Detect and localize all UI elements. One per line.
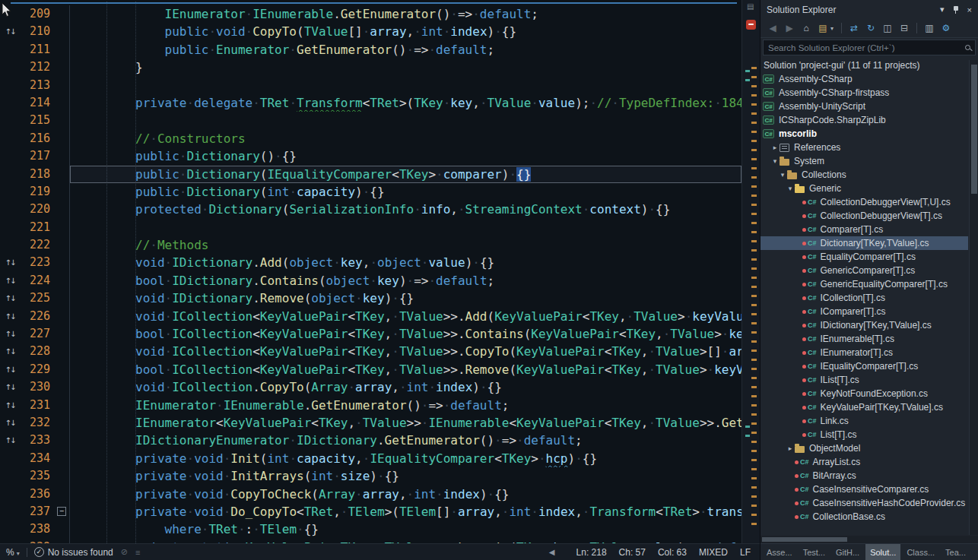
- glyph-margin[interactable]: ↑↓: [0, 308, 20, 325]
- code-text[interactable]: //·Constructors: [70, 130, 741, 147]
- tree-item-objectmodel[interactable]: ▸ObjectModel: [760, 441, 978, 455]
- glyph-margin[interactable]: [0, 41, 20, 59]
- code-text[interactable]: private·delegate·TRet·Transform<TRet>(TK…: [70, 94, 741, 112]
- code-line-232[interactable]: ↑↓232 IEnumerator<KeyValuePair<TKey,·TVa…: [0, 414, 741, 432]
- tree-item-collections[interactable]: ▾Collections: [760, 168, 978, 182]
- tree-item-solution-project-gui-11-of-11-projects[interactable]: Solution 'project-gui' (11 of 11 project…: [760, 59, 978, 72]
- code-text[interactable]: [70, 77, 741, 94]
- code-text[interactable]: IEnumerator<KeyValuePair<TKey,·TValue>>·…: [70, 414, 741, 432]
- code-text[interactable]: }: [70, 59, 741, 76]
- fold-collapse-icon[interactable]: −: [57, 507, 66, 516]
- switch-views-icon[interactable]: ▤: [817, 23, 829, 33]
- code-text[interactable]: public·void·CopyTo(TValue[]·array,·int·i…: [70, 23, 741, 40]
- tree-horizontal-scrollbar[interactable]: [760, 536, 978, 543]
- search-input[interactable]: [768, 43, 961, 52]
- editor-viewport[interactable]: 209 IEnumerator·IEnumerable.GetEnumerato…: [0, 0, 741, 543]
- code-text[interactable]: void·ICollection.CopyTo(Array·array,·int…: [70, 378, 741, 396]
- code-line-211[interactable]: 211 public·Enumerator·GetEnumerator()·=>…: [0, 41, 741, 59]
- navigate-references-icon[interactable]: ↑↓: [5, 432, 15, 449]
- tree-item-ienumerable-t-cs[interactable]: C#IEnumerable[T].cs: [760, 332, 978, 346]
- glyph-margin[interactable]: [0, 467, 20, 485]
- navigate-references-icon[interactable]: ↑↓: [5, 289, 15, 307]
- code-line-228[interactable]: ↑↓228 void·ICollection<KeyValuePair<TKey…: [0, 343, 741, 360]
- sync-with-active-document-icon[interactable]: ⇄: [848, 23, 860, 33]
- code-line-237[interactable]: 237− private·void·Do_CopyTo<TRet,·TElem>…: [0, 503, 741, 520]
- code-line-222[interactable]: 222 //·Methods: [0, 236, 741, 254]
- glyph-margin[interactable]: ↑↓: [0, 343, 20, 360]
- tree-item-icsharpcode-sharpziplib[interactable]: C#ICSharpCode.SharpZipLib: [760, 113, 978, 127]
- code-line-236[interactable]: 236 private·void·CopyToCheck(Array·array…: [0, 486, 741, 503]
- tree-item-idictionary-tkey-tvalue-cs[interactable]: C#IDictionary[TKey,TValue].cs: [760, 318, 978, 332]
- code-line-229[interactable]: ↑↓229 bool·ICollection<KeyValuePair<TKey…: [0, 361, 741, 378]
- window-position-icon[interactable]: ▾: [940, 5, 945, 14]
- tree-item-icomparer-t-cs[interactable]: C#IComparer[T].cs: [760, 305, 978, 318]
- code-text[interactable]: private·void·Init(int·capacity,·IEqualit…: [70, 450, 741, 467]
- glyph-margin[interactable]: ↑↓: [0, 414, 20, 432]
- glyph-margin[interactable]: [0, 539, 20, 543]
- code-line-230[interactable]: ↑↓230 void·ICollection.CopyTo(Array·arra…: [0, 378, 741, 396]
- tree-item-bitarray-cs[interactable]: C#BitArray.cs: [760, 469, 978, 482]
- glyph-margin[interactable]: [0, 236, 20, 254]
- chevron-right-icon[interactable]: ▸: [770, 144, 780, 151]
- code-text[interactable]: void·IDictionary.Add(object·key,·object·…: [70, 254, 741, 271]
- code-text[interactable]: where·TRet·:·TElem·{}: [70, 520, 741, 538]
- tree-item-genericcomparer-t-cs[interactable]: C#GenericComparer[T].cs: [760, 264, 978, 277]
- glyph-margin[interactable]: [0, 219, 20, 236]
- tree-item-list-t-cs[interactable]: C#List[T].cs: [760, 428, 978, 441]
- code-line-214[interactable]: 214 private·delegate·TRet·Transform<TRet…: [0, 94, 741, 112]
- navigate-references-icon[interactable]: ↑↓: [5, 23, 15, 40]
- code-text[interactable]: private·static·KeyValuePair<TKey,·TValue…: [70, 539, 741, 543]
- preview-selected-icon[interactable]: ▥: [923, 23, 935, 33]
- tree-item-assembly-csharp[interactable]: C#Assembly-CSharp: [760, 72, 978, 86]
- glyph-margin[interactable]: ↑↓: [0, 361, 20, 378]
- panel-tab-test[interactable]: Test...: [799, 544, 830, 560]
- code-line-213[interactable]: 213: [0, 77, 741, 94]
- navigate-references-icon[interactable]: ↑↓: [5, 254, 15, 271]
- tree-item-references[interactable]: ▸References: [760, 141, 978, 154]
- document-health-icon[interactable]: [746, 20, 756, 30]
- code-text[interactable]: IEnumerator·IEnumerable.GetEnumerator()·…: [70, 5, 741, 23]
- code-line-209[interactable]: 209 IEnumerator·IEnumerable.GetEnumerato…: [0, 5, 741, 23]
- code-line-219[interactable]: 219 public·Dictionary(int·capacity)·{}: [0, 183, 741, 201]
- tree-item-collectionbase-cs[interactable]: C#CollectionBase.cs: [760, 510, 978, 524]
- glyph-margin[interactable]: ↑↓: [0, 397, 20, 414]
- code-text[interactable]: public·Dictionary(IEqualityComparer<TKey…: [70, 166, 741, 183]
- tree-item-equalitycomparer-t-cs[interactable]: C#EqualityComparer[T].cs: [760, 250, 978, 264]
- glyph-margin[interactable]: [0, 201, 20, 218]
- close-icon[interactable]: ×: [967, 5, 972, 14]
- eol-indicator[interactable]: LF: [740, 547, 751, 558]
- tree-item-caseinsensitivecomparer-cs[interactable]: C#CaseInsensitiveComparer.cs: [760, 482, 978, 496]
- navigate-references-icon[interactable]: ↑↓: [5, 378, 15, 396]
- editor-scrollbar[interactable]: ▤: [741, 0, 760, 543]
- glyph-margin[interactable]: [0, 94, 20, 112]
- char-indicator[interactable]: Ch: 57: [619, 547, 646, 558]
- code-line-234[interactable]: 234 private·void·Init(int·capacity,·IEqu…: [0, 450, 741, 467]
- code-text[interactable]: //·Methods: [70, 236, 741, 254]
- home-icon[interactable]: ⌂: [800, 23, 812, 33]
- glyph-margin[interactable]: ↑↓: [0, 272, 20, 289]
- properties-icon[interactable]: ⚙: [940, 23, 952, 33]
- code-text[interactable]: bool·IDictionary.Contains(object·key)·=>…: [70, 272, 741, 289]
- code-text[interactable]: [70, 112, 741, 129]
- code-line-220[interactable]: 220 protected·Dictionary(SerializationIn…: [0, 201, 741, 218]
- code-line-223[interactable]: ↑↓223 void·IDictionary.Add(object·key,·o…: [0, 254, 741, 271]
- code-line-239[interactable]: 239 private·static·KeyValuePair<TKey,·TV…: [0, 539, 741, 543]
- code-text[interactable]: private·void·CopyToCheck(Array·array,·in…: [70, 486, 741, 503]
- code-text[interactable]: public·Dictionary()·{}: [70, 147, 741, 165]
- tree-item-caseinsensitivehashcodeprovider-cs[interactable]: C#CaseInsensitiveHashCodeProvider.cs: [760, 496, 978, 510]
- glyph-margin[interactable]: [0, 450, 20, 467]
- scroll-left-icon[interactable]: ◀: [549, 548, 555, 556]
- chevron-down-icon[interactable]: ▾: [770, 157, 780, 165]
- navigate-references-icon[interactable]: ↑↓: [5, 308, 15, 325]
- glyph-margin[interactable]: ↑↓: [0, 289, 20, 307]
- tree-item-assembly-unityscript[interactable]: C#Assembly-UnityScript: [760, 100, 978, 113]
- code-line-212[interactable]: 212 }: [0, 59, 741, 76]
- glyph-margin[interactable]: [0, 183, 20, 201]
- code-text[interactable]: IDictionaryEnumerator·IDictionary.GetEnu…: [70, 432, 741, 449]
- forward-icon[interactable]: ▶: [783, 23, 795, 33]
- tree-item-link-cs[interactable]: C#Link.cs: [760, 414, 978, 428]
- glyph-margin[interactable]: ↑↓: [0, 23, 20, 40]
- glyph-margin[interactable]: [0, 112, 20, 129]
- search-icon[interactable]: [965, 45, 970, 50]
- chevron-down-icon[interactable]: ▾: [786, 185, 795, 192]
